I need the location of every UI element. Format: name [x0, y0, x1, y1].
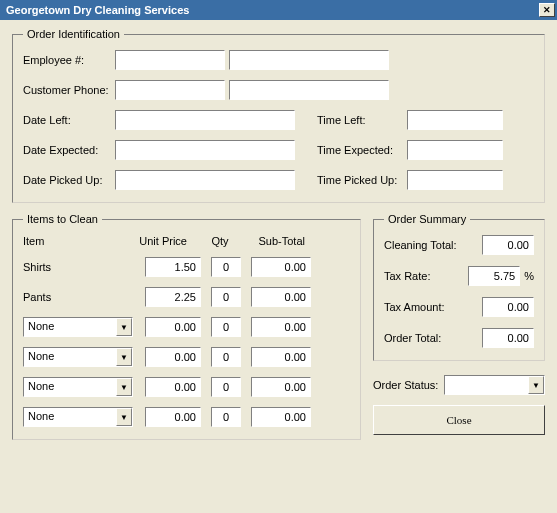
unit-price-input[interactable] [145, 287, 201, 307]
hdr-unit-price: Unit Price [133, 235, 193, 247]
employee-label: Employee #: [23, 54, 111, 66]
taxamt-label: Tax Amount: [384, 301, 445, 313]
date-picked-label: Date Picked Up: [23, 174, 111, 186]
close-icon[interactable]: ✕ [539, 3, 555, 17]
date-expected-input[interactable] [115, 140, 295, 160]
order-id-legend: Order Identification [23, 28, 124, 40]
time-left-label: Time Left: [317, 114, 403, 126]
cleaning-total-input[interactable] [482, 235, 534, 255]
time-expected-label: Time Expected: [317, 144, 403, 156]
chevron-down-icon: ▼ [116, 378, 132, 396]
item-row: Pants [23, 287, 350, 307]
unit-price-input[interactable] [145, 257, 201, 277]
chevron-down-icon: ▼ [116, 318, 132, 336]
customer-phone-b[interactable] [229, 80, 389, 100]
date-expected-label: Date Expected: [23, 144, 111, 156]
form-body: Order Identification Employee #: Custome… [0, 20, 557, 513]
item-row: None▼ [23, 407, 350, 427]
time-expected-input[interactable] [407, 140, 503, 160]
item-row: None▼ [23, 377, 350, 397]
taxrate-label: Tax Rate: [384, 270, 430, 282]
employee-num-a[interactable] [115, 50, 225, 70]
qty-input[interactable] [211, 377, 241, 397]
chevron-down-icon: ▼ [116, 348, 132, 366]
item-combo-value: None [24, 408, 116, 426]
items-group: Items to Clean Item Unit Price Qty Sub-T… [12, 213, 361, 440]
employee-num-b[interactable] [229, 50, 389, 70]
subtotal-input[interactable] [251, 407, 311, 427]
chevron-down-icon: ▼ [116, 408, 132, 426]
close-button-label: Close [446, 414, 471, 426]
chevron-down-icon: ▼ [528, 376, 544, 394]
date-picked-input[interactable] [115, 170, 295, 190]
ordertotal-label: Order Total: [384, 332, 441, 344]
hdr-qty: Qty [203, 235, 237, 247]
hdr-item: Item [23, 235, 133, 247]
subtotal-input[interactable] [251, 377, 311, 397]
window-title: Georgetown Dry Cleaning Services [6, 4, 189, 16]
order-identification-group: Order Identification Employee #: Custome… [12, 28, 545, 203]
unit-price-input[interactable] [145, 407, 201, 427]
hdr-subtotal: Sub-Total [247, 235, 309, 247]
summary-group: Order Summary Cleaning Total: Tax Rate: … [373, 213, 545, 361]
qty-input[interactable] [211, 347, 241, 367]
close-button[interactable]: Close [373, 405, 545, 435]
pct-label: % [524, 270, 534, 282]
qty-input[interactable] [211, 257, 241, 277]
item-combo[interactable]: None▼ [23, 347, 133, 367]
subtotal-input[interactable] [251, 287, 311, 307]
ordertotal-input[interactable] [482, 328, 534, 348]
item-name: Pants [23, 291, 133, 303]
cleaning-total-label: Cleaning Total: [384, 239, 457, 251]
time-picked-label: Time Picked Up: [317, 174, 403, 186]
subtotal-input[interactable] [251, 317, 311, 337]
time-picked-input[interactable] [407, 170, 503, 190]
taxamt-input[interactable] [482, 297, 534, 317]
item-combo[interactable]: None▼ [23, 377, 133, 397]
taxrate-input[interactable] [468, 266, 520, 286]
order-status-label: Order Status: [373, 379, 438, 391]
item-row: Shirts [23, 257, 350, 277]
qty-input[interactable] [211, 287, 241, 307]
time-left-input[interactable] [407, 110, 503, 130]
item-row: None▼ [23, 317, 350, 337]
item-combo-value: None [24, 348, 116, 366]
subtotal-input[interactable] [251, 347, 311, 367]
order-status-combo[interactable]: ▼ [444, 375, 545, 395]
titlebar: Georgetown Dry Cleaning Services ✕ [0, 0, 557, 20]
item-combo[interactable]: None▼ [23, 317, 133, 337]
date-left-label: Date Left: [23, 114, 111, 126]
order-status-value [445, 376, 528, 394]
item-combo-value: None [24, 378, 116, 396]
unit-price-input[interactable] [145, 347, 201, 367]
unit-price-input[interactable] [145, 377, 201, 397]
item-combo-value: None [24, 318, 116, 336]
date-left-input[interactable] [115, 110, 295, 130]
item-combo[interactable]: None▼ [23, 407, 133, 427]
subtotal-input[interactable] [251, 257, 311, 277]
unit-price-input[interactable] [145, 317, 201, 337]
qty-input[interactable] [211, 317, 241, 337]
customer-label: Customer Phone: [23, 84, 111, 96]
item-row: None▼ [23, 347, 350, 367]
customer-phone-a[interactable] [115, 80, 225, 100]
item-name: Shirts [23, 261, 133, 273]
summary-legend: Order Summary [384, 213, 470, 225]
qty-input[interactable] [211, 407, 241, 427]
items-legend: Items to Clean [23, 213, 102, 225]
